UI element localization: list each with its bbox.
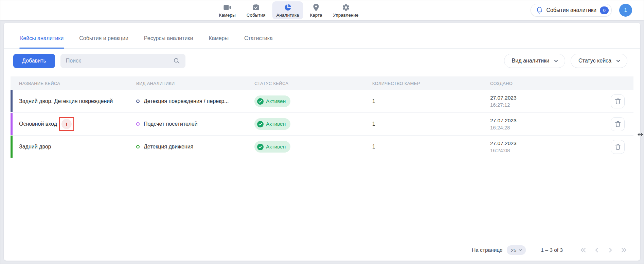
delete-case-button[interactable]	[611, 94, 625, 108]
events-icon	[252, 3, 260, 12]
filter-analytics-type[interactable]: Вид аналитики	[504, 54, 566, 68]
analytics-type: Детекция повреждения / перекр...	[144, 98, 229, 104]
filter-case-status[interactable]: Статус кейса	[571, 54, 627, 68]
check-circle-icon	[257, 98, 264, 105]
tab-events-reactions[interactable]: События и реакции	[78, 23, 129, 48]
created-date: 27.07.2023	[490, 117, 598, 124]
created-time: 16:27:12	[490, 101, 598, 108]
camera-icon	[223, 3, 232, 12]
per-page-label: На странице	[472, 247, 503, 253]
main-nav: Камеры События Аналитика Карта Управлени…	[215, 1, 362, 19]
table-row[interactable]: Основной вход ! Подсчет посетителей Акти…	[11, 113, 633, 136]
cameras-count: 1	[372, 121, 490, 127]
section-tabs: Кейсы аналитики События и реакции Ресурс…	[4, 23, 640, 49]
events-count-badge: 0	[600, 6, 609, 14]
search-input[interactable]	[66, 58, 170, 64]
table-row[interactable]: Задний двор. Детекция повреждений Детекц…	[11, 90, 633, 113]
case-color-stripe	[11, 136, 13, 158]
error-annotation-rectangle: !	[59, 117, 74, 131]
case-name: Задний двор	[19, 144, 51, 150]
check-circle-icon	[257, 144, 264, 150]
check-circle-icon	[257, 121, 264, 127]
per-page-select[interactable]: 25	[507, 245, 526, 255]
status-badge: Активен	[254, 95, 290, 107]
column-header-type: ВИД АНАЛИТИКИ	[136, 81, 254, 86]
nav-item-cameras[interactable]: Камеры	[215, 1, 239, 19]
search-icon	[173, 57, 180, 64]
status-badge: Активен	[254, 118, 290, 130]
nav-label: События	[247, 13, 266, 18]
pager-controls	[579, 246, 628, 254]
created-time: 16:24:28	[490, 124, 598, 131]
status-badge: Активен	[254, 141, 290, 153]
chevron-down-icon	[553, 58, 559, 64]
analytics-pie-icon	[284, 3, 292, 12]
gear-icon	[342, 3, 350, 12]
delete-case-button[interactable]	[611, 140, 625, 154]
nav-item-analytics[interactable]: Аналитика	[272, 1, 303, 19]
table-row[interactable]: Задний двор Детекция движения Активен 1 …	[11, 136, 633, 158]
analytics-events-button[interactable]: События аналитики 0	[531, 4, 612, 17]
case-name: Основной вход	[19, 121, 57, 127]
delete-case-button[interactable]	[611, 117, 625, 131]
column-header-status: СТАТУС КЕЙСА	[254, 81, 372, 86]
trash-icon	[615, 143, 621, 150]
per-page-value: 25	[511, 247, 517, 253]
trash-icon	[615, 121, 621, 127]
trash-icon	[615, 98, 621, 105]
filter-label: Вид аналитики	[512, 58, 550, 64]
nav-label: Карта	[310, 13, 322, 18]
filter-label: Статус кейса	[578, 58, 611, 64]
analytics-type-ring-icon	[136, 145, 140, 148]
analytics-page-card: Кейсы аналитики События и реакции Ресурс…	[4, 23, 640, 261]
column-header-case-name: НАЗВАНИЕ КЕЙСА	[11, 81, 136, 86]
case-color-stripe	[11, 90, 13, 112]
next-page-button[interactable]	[606, 246, 614, 254]
nav-label: Управление	[333, 13, 359, 18]
cameras-count: 1	[372, 98, 490, 104]
chevron-down-icon	[615, 58, 621, 64]
pagination-bar: На странице 25 1 – 3 of 3	[4, 241, 640, 261]
cases-table: НАЗВАНИЕ КЕЙСА ВИД АНАЛИТИКИ СТАТУС КЕЙС…	[11, 76, 633, 158]
table-header-row: НАЗВАНИЕ КЕЙСА ВИД АНАЛИТИКИ СТАТУС КЕЙС…	[11, 76, 633, 90]
nav-item-map[interactable]: Карта	[306, 1, 326, 19]
user-avatar[interactable]: 1	[619, 4, 632, 17]
bell-icon	[536, 6, 543, 14]
error-exclamation-icon[interactable]: !	[61, 119, 72, 129]
created-date: 27.07.2023	[490, 140, 598, 147]
tab-analytics-resources[interactable]: Ресурсы аналитики	[143, 23, 194, 48]
top-navigation-bar: Камеры События Аналитика Карта Управлени…	[0, 0, 644, 20]
filters: Вид аналитики Статус кейса	[504, 54, 627, 68]
resize-cursor-pointer	[638, 132, 643, 138]
first-page-button[interactable]	[579, 246, 587, 254]
add-case-button[interactable]: Добавить	[13, 54, 55, 68]
created-time: 16:24:08	[490, 147, 598, 154]
previous-page-button[interactable]	[593, 246, 601, 254]
nav-item-management[interactable]: Управление	[329, 1, 363, 19]
cameras-count: 1	[372, 144, 490, 150]
nav-label: Камеры	[219, 13, 235, 18]
column-header-created: СОЗДАНО	[490, 81, 598, 86]
app-window: { "topbar": { "nav": [ { "label": "Камер…	[0, 0, 644, 264]
created-date: 27.07.2023	[490, 94, 598, 101]
events-button-label: События аналитики	[546, 7, 596, 13]
tab-analytics-cases[interactable]: Кейсы аналитики	[19, 23, 64, 48]
map-pin-icon	[312, 3, 320, 12]
nav-item-events[interactable]: События	[243, 1, 270, 19]
chevron-down-icon	[518, 248, 522, 252]
pagination-range: 1 – 3 of 3	[541, 247, 563, 253]
status-text: Активен	[266, 121, 286, 127]
last-page-button[interactable]	[620, 246, 628, 254]
analytics-type-ring-icon	[136, 122, 140, 126]
status-text: Активен	[266, 98, 286, 104]
search-box[interactable]	[60, 54, 185, 68]
analytics-type-ring-icon	[136, 100, 140, 103]
column-header-cameras: КОЛИЧЕСТВО КАМЕР	[372, 81, 490, 86]
toolbar: Добавить Вид аналитики Статус кейса	[13, 54, 627, 68]
topbar-right-cluster: События аналитики 0 1	[531, 0, 632, 20]
case-name: Задний двор. Детекция повреждений	[19, 98, 113, 104]
nav-label: Аналитика	[276, 13, 299, 18]
case-color-stripe	[11, 113, 13, 135]
tab-cameras[interactable]: Камеры	[208, 23, 229, 48]
tab-statistics[interactable]: Статистика	[244, 23, 273, 48]
